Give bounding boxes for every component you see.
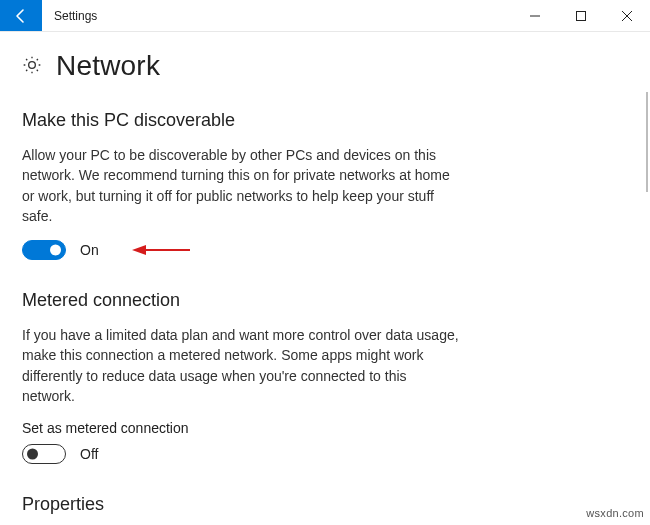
discoverable-description: Allow your PC to be discoverable by othe… (22, 145, 462, 226)
properties-heading: Properties (22, 494, 462, 515)
page-title: Network (56, 50, 160, 82)
metered-toggle-label: Off (80, 446, 98, 462)
window-controls (512, 0, 650, 31)
section-properties: Properties (22, 494, 462, 515)
discoverable-toggle[interactable] (22, 240, 66, 260)
watermark: wsxdn.com (586, 507, 644, 519)
section-discoverable: Make this PC discoverable Allow your PC … (22, 110, 462, 260)
close-button[interactable] (604, 0, 650, 31)
titlebar-spacer (97, 0, 512, 31)
metered-description: If you have a limited data plan and want… (22, 325, 462, 406)
arrow-icon (132, 242, 192, 258)
maximize-icon (576, 11, 586, 21)
svg-rect-0 (577, 11, 586, 20)
discoverable-toggle-label: On (80, 242, 99, 258)
maximize-button[interactable] (558, 0, 604, 31)
arrow-left-icon (13, 8, 29, 24)
toggle-knob (27, 449, 38, 460)
discoverable-toggle-row: On (22, 240, 462, 260)
scrollbar[interactable] (646, 92, 648, 192)
discoverable-heading: Make this PC discoverable (22, 110, 462, 131)
titlebar: Settings (0, 0, 650, 32)
section-metered: Metered connection If you have a limited… (22, 290, 462, 464)
app-title: Settings (42, 0, 97, 31)
metered-heading: Metered connection (22, 290, 462, 311)
back-button[interactable] (0, 0, 42, 31)
content-area: Network Make this PC discoverable Allow … (0, 32, 650, 525)
minimize-icon (530, 11, 540, 21)
svg-marker-2 (132, 245, 146, 255)
page-header: Network (22, 50, 628, 82)
metered-toggle-row: Off (22, 444, 462, 464)
close-icon (622, 11, 632, 21)
annotation-arrow (132, 242, 192, 258)
minimize-button[interactable] (512, 0, 558, 31)
metered-field-label: Set as metered connection (22, 420, 462, 436)
metered-toggle[interactable] (22, 444, 66, 464)
toggle-knob (50, 245, 61, 256)
gear-icon (22, 55, 42, 78)
